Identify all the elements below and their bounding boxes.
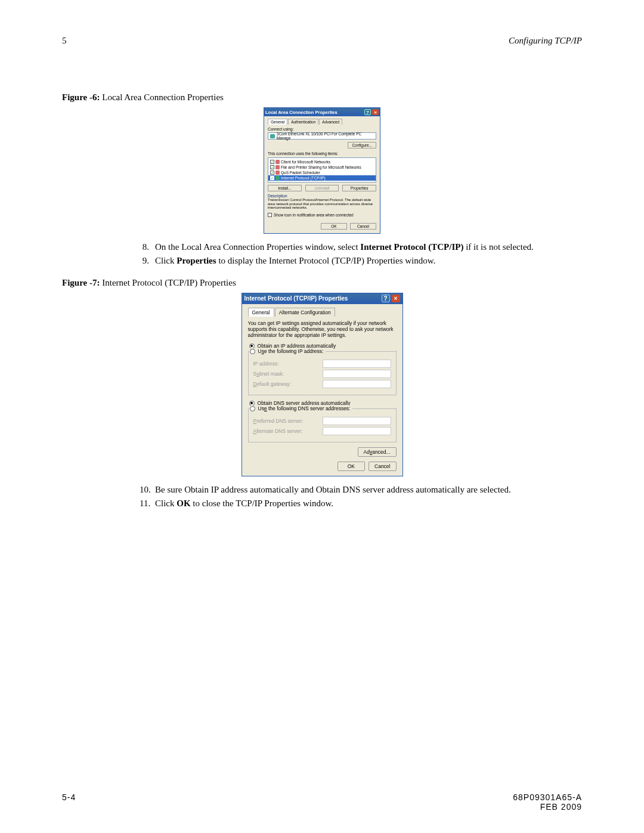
tab-general[interactable]: General (268, 119, 287, 125)
lan-title-bar: Local Area Connection Properties ? × (264, 108, 380, 116)
checkbox-icon[interactable]: ✓ (270, 165, 274, 169)
ip-group: Use the following IP address: Use the fo… (248, 351, 397, 395)
figure-6-caption: Figure -6: Local Area Connection Propert… (62, 92, 582, 103)
help-icon[interactable]: ? (364, 109, 371, 115)
connect-using-label: Connect using: (268, 127, 376, 131)
tcpip-properties-dialog: Internet Protocol (TCP/IP) Properties ? … (242, 293, 403, 477)
adapter-name: 3Com EtherLink XL 10/100 PCI For Complet… (277, 132, 374, 140)
service-icon (275, 171, 280, 175)
help-icon[interactable]: ? (382, 295, 390, 302)
list-item-label: QoS Packet Scheduler (281, 171, 320, 175)
nic-icon (270, 134, 275, 138)
figure-7-text: Internet Protocol (TCP/IP) Properties (102, 278, 236, 287)
adns-field (323, 427, 391, 435)
client-icon (275, 160, 280, 164)
tab-advanced[interactable]: Advanced (319, 119, 342, 125)
configure-button[interactable]: Configure... (348, 142, 376, 148)
close-icon[interactable]: × (392, 295, 400, 302)
ip-label: IP address: (253, 361, 279, 367)
radio-icon (250, 349, 255, 354)
step-11: 11. Click OK to close the TCP/IP Propert… (140, 498, 582, 509)
checkbox-icon[interactable]: ✓ (270, 160, 274, 164)
footer-date: FEB 2009 (513, 802, 582, 812)
chapter-number: 5 (62, 36, 67, 46)
show-icon-label: Show icon in notification area when conn… (274, 213, 354, 217)
tcpip-title-text: Internet Protocol (TCP/IP) Properties (244, 295, 348, 302)
radio-icon (250, 406, 255, 411)
description-text: Transmission Control Protocol/Internet P… (268, 198, 376, 210)
list-item-label: File and Printer Sharing for Microsoft N… (281, 165, 361, 169)
footer-doc-id: 68P09301A65-A (513, 792, 582, 802)
radio-use-ip-label: Use the following IP address: (258, 348, 324, 354)
figure-7-caption: Figure -7: Internet Protocol (TCP/IP) Pr… (62, 278, 582, 288)
pdns-label: Preferred DNS server:Preferred DNS serve… (253, 418, 304, 424)
gateway-label: Default gateway:Default gateway: (253, 381, 291, 387)
list-item: ✓ Client for Microsoft Networks (268, 159, 376, 165)
list-item: ✓ File and Printer Sharing for Microsoft… (268, 165, 376, 170)
ok-button[interactable]: OK (338, 462, 365, 471)
service-icon (275, 165, 280, 169)
components-list[interactable]: ✓ Client for Microsoft Networks ✓ File a… (268, 157, 376, 182)
radio-use-dns[interactable]: Use the following DNS server addresses: … (250, 405, 353, 411)
mask-label: Subnet mask:Subnet mask: (253, 371, 284, 377)
properties-button[interactable]: Properties (342, 185, 376, 191)
install-button[interactable]: Install... (268, 185, 302, 191)
ok-button[interactable]: OK (321, 223, 347, 230)
checkbox-icon[interactable]: ✓ (270, 171, 274, 175)
tab-alternate[interactable]: Alternate Configuration (275, 308, 335, 317)
uninstall-button: Uninstall (305, 185, 339, 191)
show-icon-checkbox[interactable] (268, 213, 272, 217)
adns-label: Alternate DNS server:Alternate DNS serve… (253, 428, 303, 434)
figure-6-text: Local Area Connection Properties (102, 92, 224, 102)
dns-group: Use the following DNS server addresses: … (248, 408, 397, 442)
adapter-field: 3Com EtherLink XL 10/100 PCI For Complet… (268, 132, 376, 140)
description-header: Description (268, 194, 376, 198)
checkbox-icon[interactable]: ✓ (270, 176, 274, 180)
tab-authentication[interactable]: Authentication (288, 119, 318, 125)
cancel-button[interactable]: Cancel (350, 223, 376, 230)
page-footer: 5-4 68P09301A65-A FEB 2009 (62, 792, 582, 812)
page-header: 5 Configuring TCP/IP (62, 36, 582, 46)
uses-label: This connection uses the following items… (268, 151, 376, 156)
radio-use-dns-label: Use the following DNS server addresses: (258, 405, 351, 411)
pdns-field (323, 417, 391, 425)
protocol-icon (275, 176, 280, 180)
lan-tabs: General Authentication Advanced (268, 119, 376, 125)
radio-use-ip[interactable]: Use the following IP address: Use the fo… (250, 348, 326, 354)
list-item-label: Client for Microsoft Networks (281, 160, 330, 164)
lan-properties-dialog: Local Area Connection Properties ? × Gen… (264, 107, 380, 234)
figure-7-label: Figure -7: (62, 278, 100, 287)
lan-title-text: Local Area Connection Properties (265, 110, 338, 115)
list-item-label: Internet Protocol (TCP/IP) (281, 176, 326, 180)
advanced-button[interactable]: Advanced...Advanced... (358, 447, 397, 457)
footer-page-number: 5-4 (62, 792, 76, 812)
step-9: 9. Click Properties to display the Inter… (140, 256, 582, 266)
section-title: Configuring TCP/IP (509, 36, 582, 46)
tcpip-tabs: General Alternate Configuration (248, 308, 397, 317)
mask-field (323, 370, 391, 378)
gateway-field (323, 380, 391, 388)
list-item: ✓ QoS Packet Scheduler (268, 170, 376, 175)
step-10: 10. Be sure Obtain IP address automatica… (140, 485, 582, 495)
cancel-button[interactable]: Cancel (369, 462, 396, 471)
tcpip-title-bar: Internet Protocol (TCP/IP) Properties ? … (242, 293, 402, 304)
list-item-tcpip: ✓ Internet Protocol (TCP/IP) (268, 175, 376, 181)
tcpip-info-text: You can get IP settings assigned automat… (248, 320, 397, 339)
step-8: 8. On the Local Area Connection Properti… (140, 242, 582, 252)
tab-general[interactable]: General (248, 308, 274, 317)
figure-6-label: Figure -6: (62, 92, 100, 102)
ip-field (323, 360, 391, 368)
close-icon[interactable]: × (372, 109, 379, 115)
